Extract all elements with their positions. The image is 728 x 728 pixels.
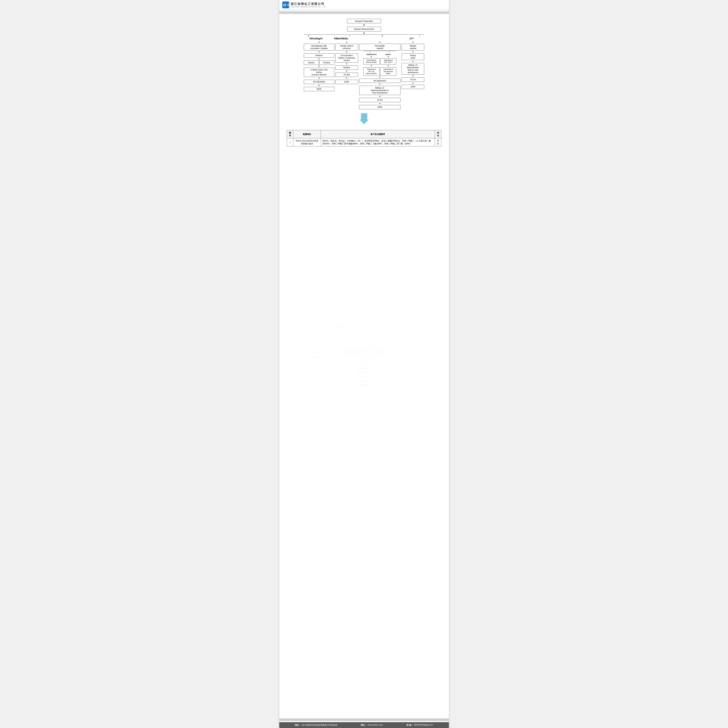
col-nonmetallic: ▼ Nonmetallicmaterial ABS/PC/PVC Others bbox=[359, 41, 401, 109]
ph-adjustment-box: pH adjustment bbox=[359, 79, 401, 83]
table-row: 1 RoHS (2011/65/EU)及其后续修订版本 铅(Pb)、镉(Cd)、… bbox=[287, 138, 441, 147]
col-pbbspbdes: ▼ Sample solventextraction ▼ Concentrati… bbox=[335, 41, 358, 84]
icp-oes-box: ICP-OES/AAS bbox=[304, 80, 334, 84]
company-name-en: ZHEJIANG CFREON CHEMICAL CO., LTD bbox=[291, 6, 326, 8]
others-label: Others bbox=[380, 54, 396, 55]
data-box-1: DATA bbox=[304, 87, 334, 91]
concentration-box: Concentration/Dilution of extractionsolu… bbox=[335, 54, 358, 63]
branch-label-3: Cr⁶⁺ bbox=[410, 37, 414, 40]
top-flow: Sample Preparation ▼ Sample Measurement … bbox=[347, 19, 381, 35]
solution-residue-row: Solution Residue bbox=[304, 61, 334, 65]
footer-email-value: 859494644@qq.com bbox=[414, 723, 433, 726]
col-header-num: 编号 bbox=[287, 130, 293, 138]
digesting-150-box: Digesting at150~160°C bbox=[380, 58, 396, 64]
sub-branch-line bbox=[363, 51, 396, 53]
sample-solvent-box: Sample solventextraction bbox=[335, 44, 358, 50]
footer-website-value: www.cfreon.com bbox=[368, 723, 383, 726]
others-col: ▼ Digesting at150~160°C ▼ Separating tog… bbox=[380, 56, 396, 76]
branch-label-2: PBBs/PBDEs bbox=[334, 37, 348, 40]
residue-box: Residue bbox=[319, 61, 334, 65]
adding-diphenyl-box-2: Adding 1,5-diphenylcarba-zide for colord… bbox=[402, 63, 424, 75]
footer-address-label: 地址： bbox=[295, 723, 301, 726]
col-header-requirement: 客户及法规要求 bbox=[321, 130, 435, 138]
data-box-2: DATA bbox=[335, 80, 358, 84]
abs-label: ABS/PC/PVC bbox=[363, 54, 380, 55]
footer-website-label: 网址： bbox=[361, 723, 367, 726]
branch-labels-row: Pb/Cd/Hg/Cr PBBs/PBDEs Cr⁶⁺ bbox=[304, 37, 424, 40]
watermark: 帝禄共享 R170R404AR507 XP140R744 R402AR401AR… bbox=[341, 345, 387, 387]
nonmetallic-material-box: Nonmetallicmaterial bbox=[359, 44, 401, 50]
results-table: 编号 检测项目 客户及法规要求 结论 1 RoHS (2011/65/EU)及其… bbox=[287, 130, 441, 147]
top-gray-bar bbox=[279, 11, 449, 14]
big-arrow-container bbox=[359, 113, 369, 124]
cell-num: 1 bbox=[287, 138, 293, 147]
uv-vis-box-1: UV-Vis bbox=[359, 98, 401, 102]
gcms-box: GC-MS bbox=[335, 73, 358, 77]
adding-diphenyl-box: Adding 1,5-diphenylcarbazide forcolor de… bbox=[359, 86, 401, 95]
table-section: 编号 检测项目 客户及法规要求 结论 1 RoHS (2011/65/EU)及其… bbox=[287, 130, 441, 147]
watermark-code-3: R5CBB R13AM R13A bbox=[307, 356, 326, 359]
company-name: 浙江创弗化工有限公司 ZHEJIANG CFREON CHEMICAL CO.,… bbox=[291, 2, 326, 8]
cell-conclusion: 符合 bbox=[435, 138, 441, 147]
cell-requirement: 铅(Pb)、镉(Cd)、汞(Hg)、六价铬[Cr（Ⅵ）]、多溴联苯(PBBs)、… bbox=[321, 138, 435, 147]
branch-label-1: Pb/Cd/Hg/Cr bbox=[310, 37, 323, 40]
watermark-codes: R170R404AR507 XP140R744 R402AR401AR454C … bbox=[358, 362, 370, 387]
logo-container: C 浙江创弗化工有限公司 ZHEJIANG CFREON CHEMICAL CO… bbox=[282, 2, 326, 8]
alkali-fusion-box: 1) Alkali Fusion / DryAshing2) Acid to d… bbox=[304, 68, 334, 77]
svg-marker-5 bbox=[359, 113, 369, 124]
footer: 地址： 浙江省衢州市柯城区通衢路10号凯泰城 网址： www.cfreon.co… bbox=[279, 722, 449, 728]
col-metallic: ▼ Metallicmaterial ▼ Boilingwater ▼ Addi… bbox=[402, 41, 424, 89]
boiling-water-box: Boilingwater bbox=[402, 54, 424, 60]
arrow1: ▼ bbox=[363, 24, 366, 26]
bottom-gray-bar bbox=[279, 718, 449, 721]
branch-line bbox=[304, 35, 424, 37]
sample-measurement-box: Sample Measurement bbox=[347, 27, 381, 31]
col-header-conclusion: 结论 bbox=[435, 130, 441, 138]
footer-email: 邮 箱： 859494644@qq.com bbox=[407, 723, 433, 726]
footer-address-value: 浙江省衢州市柯城区通衢路10号凯泰城 bbox=[302, 723, 337, 726]
col-pbcdhgcr: ▼ Acid digestion withmicrowave / hotplat… bbox=[304, 41, 334, 91]
solution-box: Solution bbox=[304, 61, 319, 65]
footer-email-label: 邮 箱： bbox=[407, 723, 413, 726]
uv-vis-box-2: UV-Vis bbox=[402, 78, 424, 82]
dissolving-box: Dissolving byultrasonication bbox=[363, 58, 379, 64]
arrow2: ▼ bbox=[363, 32, 366, 35]
main-content: 帝禄共享 R170R404AR507 XP140R744 R402AR401AR… bbox=[279, 15, 449, 717]
cell-item: RoHS (2011/65/EU)及其后续修订版本 bbox=[293, 138, 321, 147]
data-box-3: DATA bbox=[359, 105, 401, 109]
data-box-4: DATA bbox=[402, 85, 424, 89]
company-logo-icon: C bbox=[282, 2, 289, 8]
acid-digestion-box: Acid digestion withmicrowave / hotplate bbox=[304, 44, 334, 50]
filtration-box-1: Filtration bbox=[304, 54, 334, 58]
filtration-box-2: Filtration bbox=[335, 66, 358, 70]
page: C 浙江创弗化工有限公司 ZHEJIANG CFREON CHEMICAL CO… bbox=[279, 0, 449, 728]
big-down-arrow-icon bbox=[359, 113, 369, 124]
abs-col: ▼ Dissolving byultrasonication ▼ Digesti… bbox=[363, 56, 379, 76]
footer-address: 地址： 浙江省衢州市柯城区通衢路10号凯泰城 bbox=[295, 723, 337, 726]
company-name-zh: 浙江创弗化工有限公司 bbox=[291, 2, 326, 6]
watermark-code-2: R417A R402A R1234YF bbox=[326, 324, 347, 330]
sub-cols-row: ▼ Dissolving byultrasonication ▼ Digesti… bbox=[363, 56, 396, 76]
digesting-60-box: Digesting at60°C byultrasonication bbox=[363, 67, 379, 76]
footer-website: 网址： www.cfreon.com bbox=[361, 723, 383, 726]
flowchart: Sample Preparation ▼ Sample Measurement … bbox=[287, 19, 441, 128]
col-header-item: 检测项目 bbox=[293, 130, 321, 138]
sub-labels-row: ABS/PC/PVC Others bbox=[363, 54, 396, 55]
columns-row: ▼ Acid digestion withmicrowave / hotplat… bbox=[304, 41, 424, 109]
sample-preparation-box: Sample Preparation bbox=[347, 19, 381, 23]
header: C 浙江创弗化工有限公司 ZHEJIANG CFREON CHEMICAL CO… bbox=[279, 0, 449, 10]
watermark-text: 帝禄共享 bbox=[341, 345, 387, 361]
metallic-material-box: Metallicmaterial bbox=[402, 44, 424, 50]
separating-box: Separating toget aqueousphase bbox=[380, 67, 396, 76]
